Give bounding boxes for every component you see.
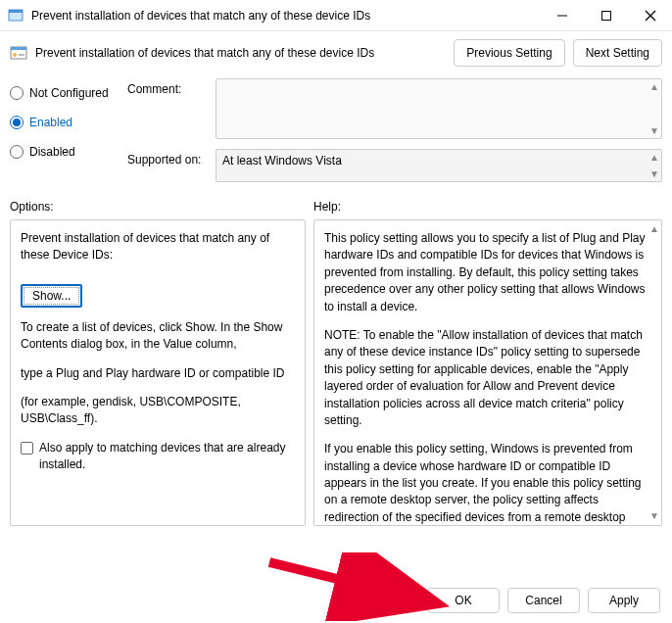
apply-button[interactable]: Apply [588, 588, 660, 613]
comment-label: Comment: [127, 78, 216, 139]
supported-value: At least Windows Vista [222, 154, 342, 168]
window-title: Prevent installation of devices that mat… [31, 9, 540, 23]
minimize-button[interactable] [540, 0, 584, 31]
checkbox-label: Also apply to matching devices that are … [39, 440, 295, 474]
svg-point-8 [13, 53, 17, 57]
scroll-up-icon[interactable]: ▲ [649, 81, 659, 92]
show-button[interactable]: Show... [21, 284, 82, 308]
svg-rect-9 [19, 54, 24, 56]
radio-label: Enabled [29, 116, 72, 129]
app-icon [8, 8, 24, 24]
options-para2: type a Plug and Play hardware ID or comp… [21, 365, 295, 382]
options-heading: Options: [10, 200, 313, 214]
options-para3: (for example, gendisk, USB\COMPOSITE, US… [21, 394, 295, 428]
help-paragraph: This policy setting allows you to specif… [324, 230, 651, 315]
next-setting-button[interactable]: Next Setting [573, 39, 662, 67]
options-para1: To create a list of devices, click Show.… [21, 319, 295, 354]
supported-on-box: At least Windows Vista ▲ ▼ [216, 149, 662, 182]
radio-icon [10, 145, 24, 159]
scroll-down-icon[interactable]: ▼ [649, 509, 659, 524]
scroll-up-icon[interactable]: ▲ [649, 152, 659, 163]
svg-line-11 [269, 562, 421, 599]
scroll-down-icon[interactable]: ▼ [649, 168, 659, 179]
ok-button[interactable]: OK [427, 588, 500, 613]
options-panel: Prevent installation of devices that mat… [10, 219, 306, 526]
radio-label: Disabled [29, 145, 75, 159]
maximize-button[interactable] [584, 0, 628, 31]
previous-setting-button[interactable]: Previous Setting [454, 39, 564, 67]
svg-rect-7 [11, 47, 26, 50]
help-heading: Help: [313, 200, 341, 214]
policy-icon [10, 44, 27, 62]
checkbox-icon[interactable] [21, 442, 33, 455]
help-paragraph: If you enable this policy setting, Windo… [324, 441, 651, 526]
options-intro: Prevent installation of devices that mat… [21, 230, 295, 264]
help-paragraph: NOTE: To enable the "Allow installation … [324, 327, 651, 429]
radio-label: Not Configured [29, 86, 109, 100]
radio-icon [10, 116, 24, 129]
comment-textbox[interactable]: ▲ ▼ [216, 78, 662, 139]
scroll-down-icon[interactable]: ▼ [649, 125, 659, 136]
radio-enabled[interactable]: Enabled [10, 116, 127, 129]
header-title: Prevent installation of devices that mat… [35, 46, 446, 60]
radio-not-configured[interactable]: Not Configured [10, 86, 127, 100]
also-apply-checkbox-row[interactable]: Also apply to matching devices that are … [21, 440, 295, 474]
supported-label: Supported on: [127, 149, 216, 182]
footer-buttons: OK Cancel Apply [427, 588, 660, 613]
header-row: Prevent installation of devices that mat… [0, 31, 672, 74]
scroll-up-icon[interactable]: ▲ [649, 222, 659, 237]
titlebar: Prevent installation of devices that mat… [0, 0, 672, 31]
close-button[interactable] [628, 0, 672, 31]
cancel-button[interactable]: Cancel [507, 588, 580, 613]
help-panel: ▲ This policy setting allows you to spec… [313, 219, 662, 526]
svg-rect-1 [9, 10, 23, 13]
svg-rect-3 [601, 11, 610, 20]
radio-disabled[interactable]: Disabled [10, 145, 127, 159]
radio-icon [10, 86, 24, 100]
